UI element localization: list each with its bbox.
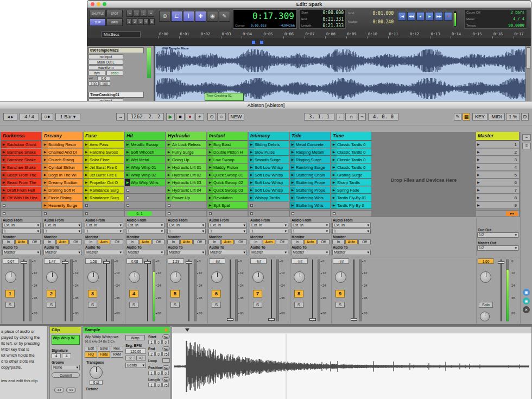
position-value[interactable]: 1 [148, 371, 155, 375]
fader-track[interactable] [23, 259, 24, 321]
clip-slot[interactable]: ▶Classic Tardis 0 [331, 141, 371, 148]
track-header-time[interactable]: Time [331, 132, 371, 141]
monitor-in-button[interactable]: In [167, 239, 180, 244]
track-header-hit[interactable]: Hit [125, 132, 165, 141]
zoom-window-icon[interactable] [103, 2, 106, 6]
edit-mode-grid[interactable]: GRID [106, 18, 123, 26]
empty-clip-slot[interactable] [125, 194, 165, 201]
marker-icon[interactable] [252, 41, 255, 44]
clip-slot[interactable]: ▶Bubbling Resor [42, 141, 83, 148]
clip-slot[interactable]: ▶Revolution [207, 194, 248, 201]
monitor-off-button[interactable]: Off [69, 239, 82, 244]
cue-out-selector[interactable]: 1/2▾ [477, 232, 518, 238]
commit-button[interactable]: Commit [52, 372, 80, 378]
clip-play-icon[interactable]: ▶ [290, 172, 295, 179]
clip-slot[interactable]: ▶Metallic Swoop [125, 141, 165, 148]
seg-bpm-value[interactable]: 120.00 [125, 349, 146, 354]
clip-slot[interactable]: ▶Soft Low Whisp [249, 164, 289, 171]
output-selector[interactable]: Master▾ [332, 250, 371, 255]
clip-play-icon[interactable]: ▶ [290, 149, 295, 156]
clip-slot[interactable]: ▶Spit Spat [207, 202, 248, 209]
track-name[interactable]: TimeCracking01 [88, 92, 144, 98]
track-header-tide[interactable]: Tide [290, 132, 330, 141]
edit-mode-slip[interactable]: SLIP [90, 18, 106, 26]
fader-track[interactable] [188, 259, 189, 321]
clip-play-icon[interactable]: ▶ [331, 149, 337, 156]
clip-play-icon[interactable]: ▶ [166, 179, 172, 186]
monitor-in-button[interactable]: In [85, 239, 97, 244]
clip-slot[interactable]: ▶Metal Concrete [290, 141, 330, 148]
track-name[interactable]: 090TempleMaze [88, 47, 144, 53]
input-channel-selector[interactable]: 1▾ [85, 229, 123, 234]
scene-play-icon[interactable]: ▶ [477, 187, 483, 194]
pan-knob[interactable] [335, 271, 346, 283]
clip-play-icon[interactable]: ▶ [207, 149, 213, 156]
time-signature-field[interactable]: 4 / 4 [20, 113, 39, 121]
clip-play-icon[interactable]: ▶ [331, 172, 337, 179]
zoom-0-button[interactable]: − [126, 10, 133, 17]
clip-slot[interactable]: ▶Banshee Shake [1, 164, 41, 171]
monitor-auto-button[interactable]: Auto [98, 239, 110, 244]
timeline-canvas[interactable]: 096 Temple Maze Time Cracking 01 [155, 46, 531, 101]
loop-button[interactable]: ∩ [345, 113, 357, 121]
clip-slot[interactable]: ▶Sliding Debris [249, 141, 289, 148]
scene-play-icon[interactable]: ▶ [477, 164, 483, 171]
clip-slot[interactable]: ▶Jet Burst Fire 0 [84, 164, 124, 171]
clip-zoom-strip[interactable] [172, 327, 531, 333]
clip-slot[interactable]: ▶Whispy Tardis [249, 194, 289, 201]
monitor-auto-button[interactable]: Auto [139, 239, 151, 244]
grabber-tool[interactable]: ✚ [195, 11, 206, 22]
volume-value[interactable]: 0.07 [3, 258, 19, 264]
clip-slot[interactable]: ▶Slow Pulse [249, 149, 289, 156]
fade-button[interactable]: Fade [98, 352, 110, 358]
io-section-toggle[interactable]: ≡ [522, 134, 531, 141]
clip-play-icon[interactable]: ▶ [125, 164, 130, 171]
clip-slot[interactable]: ▶Draft From Hell [1, 187, 41, 194]
clip-play-icon[interactable]: ▶ [290, 141, 295, 148]
scene-slot[interactable]: ▶1 [476, 141, 519, 148]
volume-value[interactable]: 1.47 [44, 258, 60, 264]
clip-slot[interactable]: ▶Air Lock Releas [166, 141, 206, 148]
clip-slot[interactable]: ▶Whip Whip 01 [125, 164, 165, 171]
solo-button[interactable]: S [294, 302, 303, 308]
position-set-button[interactable]: Set [162, 365, 170, 370]
master-track-header[interactable]: Master [476, 132, 519, 141]
record-button[interactable]: ● [444, 12, 452, 21]
clip-play-icon[interactable]: ▶ [84, 187, 89, 194]
track-header-fuse[interactable]: Fuse [84, 132, 124, 141]
output-selector[interactable]: Master▾ [250, 250, 288, 255]
monitor-auto-button[interactable]: Auto [180, 239, 193, 244]
cpu-load-meter[interactable]: 1 % [506, 113, 520, 121]
track-header-instant[interactable]: Instant [207, 132, 248, 141]
clip-play-icon[interactable]: ▶ [166, 164, 172, 171]
monitor-auto-button[interactable]: Auto [263, 239, 275, 244]
input-channel-selector[interactable]: 1▾ [250, 229, 288, 234]
nudge-back-button[interactable]: << [54, 388, 64, 392]
protools-titlebar[interactable]: Edit: Spark [87, 1, 531, 8]
clip-play-icon[interactable]: ▶ [207, 202, 213, 209]
start-value[interactable]: 0 [162, 340, 169, 344]
monitor-in-button[interactable]: In [291, 239, 303, 244]
clip-slot[interactable]: ▶Backdoor Ghost [1, 141, 41, 148]
position-value[interactable]: 0 [155, 371, 162, 375]
master-pan-knob[interactable] [480, 271, 491, 283]
fader-track[interactable] [230, 259, 231, 321]
drop-zone[interactable]: Drop Files and Devices Here [372, 132, 475, 217]
track-activator-button[interactable]: 9 [335, 290, 345, 297]
input-channel-selector[interactable]: 1▾ [332, 229, 371, 234]
clip-play-icon[interactable]: ▶ [249, 156, 254, 163]
clip-slot[interactable]: ▶Power Up [166, 194, 206, 201]
output-selector[interactable]: Master▾ [167, 250, 206, 255]
clip-slot[interactable]: ▶Solar Flare [84, 156, 124, 163]
solo-button[interactable]: S [253, 302, 262, 308]
record-button[interactable]: ● [186, 113, 194, 121]
clip-slot[interactable]: ▶Beast From The [1, 179, 41, 186]
fader-handle[interactable] [309, 318, 316, 321]
clip-play-icon[interactable]: ▶ [84, 156, 89, 163]
scene-slot[interactable]: ▶5 [476, 172, 519, 179]
monitor-auto-button[interactable]: Auto [221, 239, 234, 244]
scene-slot[interactable]: ▶3 [476, 156, 519, 163]
clip-slot[interactable]: ▶Hydraulic Lift 03 [166, 179, 206, 186]
pan-knob[interactable] [87, 271, 99, 283]
zoom-2-button[interactable]: ↕ [141, 10, 147, 17]
